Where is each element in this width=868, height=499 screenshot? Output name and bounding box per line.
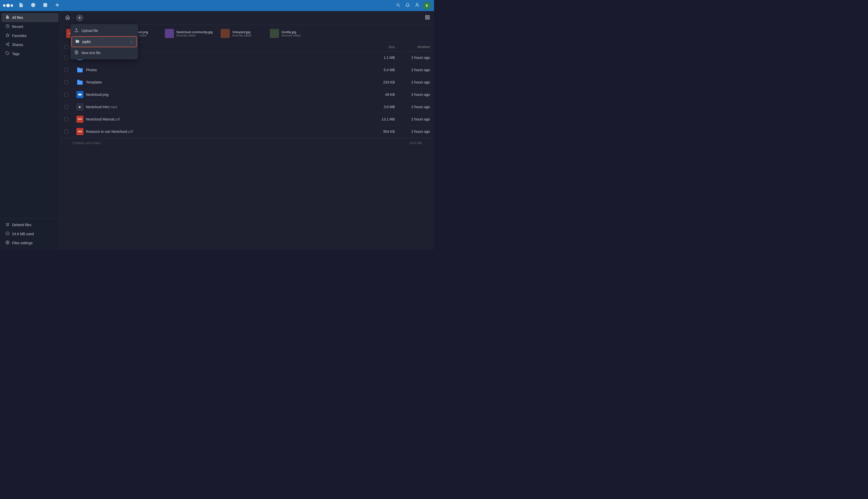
nav-photos-icon[interactable] [41, 1, 49, 10]
favorites-icon [5, 33, 10, 38]
svg-point-6 [8, 42, 9, 44]
row-checkbox-reasons-pdf[interactable] [64, 130, 68, 134]
app-logo[interactable] [3, 4, 13, 7]
recent-file-gorilla[interactable]: Gorilla.jpg Recently edited [268, 28, 313, 39]
row-checkbox-nextcloud-png[interactable] [64, 93, 68, 97]
svg-line-55 [125, 119, 126, 120]
select-all-checkbox[interactable] [64, 45, 68, 49]
row-checkbox-photos[interactable] [64, 68, 68, 72]
table-row[interactable]: Nextcloud.png ••• 49 KB 2 hours ago [60, 88, 434, 101]
sidebar-item-tags[interactable]: Tags [1, 49, 59, 58]
sidebar-item-settings[interactable]: Files settings [1, 239, 59, 247]
dropdown-upload-file[interactable]: Upload file [71, 26, 138, 36]
photos-size: 5.4 MB [374, 64, 399, 76]
folder-icon [75, 39, 79, 44]
more-nextcloud-png-btn[interactable]: ••• [119, 92, 126, 98]
text-file-icon [74, 50, 78, 55]
breadcrumb-bar: › + [60, 11, 434, 25]
modified-column-header[interactable]: Modified [399, 42, 434, 51]
search-icon[interactable] [394, 1, 402, 10]
nav-dashboard-icon[interactable] [29, 1, 37, 10]
grid-view-button[interactable] [425, 15, 430, 21]
more-reasons-btn[interactable]: ••• [144, 129, 151, 135]
templates-size: 233 KB [374, 76, 399, 88]
table-row[interactable]: ▶ Nextcloud intro.mp4 ••• 3.8 MB [60, 101, 434, 113]
sidebar-item-storage[interactable]: 24.6 MB used [1, 229, 59, 239]
table-row[interactable]: Templates ••• 233 KB 2 hours ago [60, 76, 434, 88]
photos-modified: 2 hours ago [399, 64, 434, 76]
recent-file-vineyard[interactable]: Vineyard.jpg Recently edited [219, 28, 264, 39]
share-nextcloud-png-btn[interactable] [111, 92, 117, 98]
share-reasons-btn[interactable] [136, 129, 142, 135]
sidebar-item-favorites[interactable]: Favorites [1, 31, 59, 40]
share-templates-btn[interactable] [104, 79, 111, 86]
more-templates-btn[interactable]: ••• [113, 79, 120, 85]
share-photos-btn[interactable] [100, 67, 106, 73]
nextcloud-png-file-icon [76, 91, 84, 98]
dropdown-new-text-file[interactable]: New text file [71, 48, 138, 58]
sidebar-item-shares[interactable]: Shares [1, 40, 59, 49]
nav-files-icon[interactable] [17, 1, 25, 10]
reasons-pdf-modified: 2 hours ago [399, 125, 434, 138]
more-photos-btn[interactable]: ••• [108, 67, 115, 73]
storage-icon [5, 231, 10, 236]
add-new-button[interactable]: + [76, 14, 83, 21]
nextcloud-manual-modified: 2 hours ago [399, 113, 434, 125]
recent-file-community[interactable]: Nextcloud community.jpg Recently edited [163, 28, 215, 39]
logo-circle-2 [6, 4, 10, 7]
table-row[interactable]: Photos ••• 5.4 MB 2 hours ago [60, 64, 434, 76]
svg-point-34 [108, 81, 109, 82]
svg-line-60 [138, 131, 139, 132]
home-button[interactable] [64, 14, 71, 22]
sidebar-item-all-files[interactable]: All files [1, 13, 59, 22]
svg-point-7 [6, 44, 7, 45]
notifications-icon[interactable] [404, 1, 411, 10]
row-checkbox-templates[interactable] [64, 80, 68, 84]
gorilla-thumb [270, 29, 279, 38]
file-table-body: Documents ••• 1.1 MB 2 hours ago [60, 51, 434, 138]
templates-label: Templates [86, 80, 102, 84]
row-checkbox-documents[interactable] [64, 56, 68, 60]
nextcloud-intro-modified: 2 hours ago [399, 101, 434, 113]
nextcloud-intro-icon: ▶ [76, 104, 84, 110]
reasons-pdf-icon: PDF [76, 128, 84, 135]
templates-name-cell: Templates ••• [76, 79, 370, 86]
svg-point-3 [416, 3, 418, 5]
dropdown-arrow-icon: → [129, 40, 133, 44]
photos-folder-icon [76, 66, 84, 73]
table-row[interactable]: PDF Reasons to use Nextcloud.pdf ••• [60, 125, 434, 138]
svg-line-46 [114, 93, 115, 94]
nav-activity-icon[interactable] [53, 1, 61, 10]
table-row[interactable]: PDF Nextcloud Manual.pdf ••• 13.1 [60, 113, 434, 125]
file-count: 3 folders and 4 files [72, 141, 101, 145]
templates-folder-icon [76, 79, 84, 86]
share-manual-btn[interactable] [122, 116, 129, 122]
dropdown-new-folder[interactable]: → [71, 36, 137, 47]
row-checkbox-nextcloud-intro[interactable] [64, 105, 68, 109]
row-checkbox-nextcloud-manual[interactable] [64, 117, 68, 121]
svg-point-54 [126, 120, 127, 121]
sidebar-label-recent: Recent [12, 25, 23, 29]
svg-point-42 [115, 93, 116, 94]
topbar-left [3, 1, 61, 10]
reasons-pdf-label: Reasons to use Nextcloud.pdf [86, 130, 133, 134]
sidebar: All files Recent Favorites Shares Tags [0, 11, 60, 250]
contacts-icon[interactable] [413, 1, 421, 10]
sidebar-item-deleted-files[interactable]: Deleted files [1, 220, 59, 229]
vineyard-info: Vineyard.jpg Recently edited [232, 30, 251, 37]
size-column-header[interactable]: Size [374, 42, 399, 51]
svg-rect-17 [428, 18, 429, 20]
folder-name-input[interactable] [83, 40, 126, 44]
reasons-pdf-size: 954 KB [374, 125, 399, 138]
svg-point-8 [8, 45, 9, 46]
more-manual-btn[interactable]: ••• [131, 116, 138, 122]
svg-point-53 [124, 119, 125, 120]
user-avatar[interactable]: E [423, 1, 431, 10]
more-intro-btn[interactable]: ••• [128, 104, 135, 110]
share-intro-btn[interactable] [120, 104, 126, 110]
sidebar-item-recent[interactable]: Recent [1, 22, 59, 31]
nextcloud-intro-size: 3.8 MB [374, 101, 399, 113]
sidebar-label-favorites: Favorites [12, 34, 27, 38]
community-info: Nextcloud community.jpg Recently edited [176, 30, 213, 37]
svg-point-58 [137, 131, 138, 132]
